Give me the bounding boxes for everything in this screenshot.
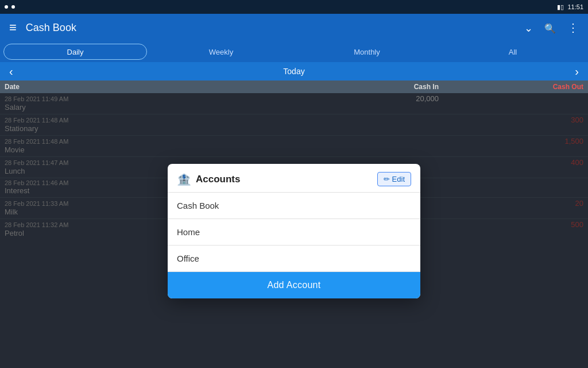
time: 11:51 bbox=[567, 3, 583, 10]
menu-icon[interactable] bbox=[7, 18, 19, 37]
edit-icon bbox=[384, 175, 390, 183]
more-icon[interactable] bbox=[565, 18, 581, 37]
date-label: Today bbox=[283, 67, 304, 76]
app-title: Cash Book bbox=[26, 22, 515, 34]
dot2 bbox=[11, 5, 15, 9]
dot1 bbox=[5, 5, 8, 9]
status-bar-left bbox=[5, 5, 15, 9]
tab-weekly[interactable]: Weekly bbox=[149, 44, 293, 60]
app-bar: Cash Book bbox=[0, 14, 588, 41]
header-date: Date bbox=[5, 83, 294, 91]
account-list: Cash Book Home Office bbox=[168, 193, 420, 272]
status-bar-right: ▮▯ 11:51 bbox=[557, 3, 583, 11]
dialog-title: Accounts bbox=[196, 174, 240, 185]
account-item-home[interactable]: Home bbox=[168, 219, 420, 246]
next-icon[interactable] bbox=[572, 63, 581, 80]
tab-bar: Daily Weekly Monthly All bbox=[0, 41, 588, 62]
tab-daily[interactable]: Daily bbox=[3, 44, 147, 60]
accounts-dialog: 🏦 Accounts Edit Cash Book Home Office bbox=[168, 164, 420, 298]
header-cashin: Cash In bbox=[294, 83, 439, 91]
edit-button[interactable]: Edit bbox=[377, 172, 411, 186]
account-item-cashbook[interactable]: Cash Book bbox=[168, 193, 420, 219]
modal-overlay: 🏦 Accounts Edit Cash Book Home Office bbox=[0, 93, 588, 368]
account-item-office[interactable]: Office bbox=[168, 246, 420, 272]
tab-all[interactable]: All bbox=[441, 44, 585, 60]
dialog-header: 🏦 Accounts Edit bbox=[168, 164, 420, 193]
prev-icon[interactable] bbox=[7, 63, 16, 80]
header-cashout: Cash Out bbox=[439, 83, 583, 91]
dialog-title-row: 🏦 Accounts bbox=[177, 172, 240, 186]
table-body: 28 Feb 2021 11:49 AM 20,000 Salary 28 Fe… bbox=[0, 93, 588, 368]
table-header: Date Cash In Cash Out bbox=[0, 80, 588, 93]
status-bar: ▮▯ 11:51 bbox=[0, 0, 588, 14]
date-nav: Today bbox=[0, 62, 588, 80]
search-icon[interactable] bbox=[542, 19, 558, 37]
battery-icon: ▮▯ bbox=[557, 3, 564, 11]
accounts-icon: 🏦 bbox=[177, 172, 191, 186]
tab-monthly[interactable]: Monthly bbox=[295, 44, 439, 60]
add-account-button[interactable]: Add Account bbox=[168, 272, 420, 298]
dropdown-icon[interactable] bbox=[522, 19, 535, 37]
